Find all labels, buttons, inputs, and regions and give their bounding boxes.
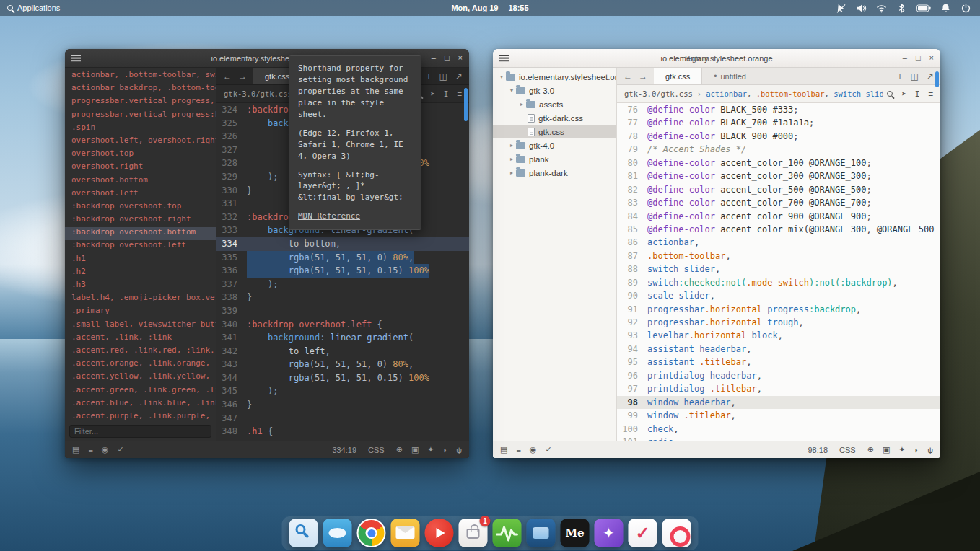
breadcrumb[interactable]: gtk-3.0/gtk.css › actionbar, .bottom-too… — [617, 85, 940, 103]
code-line[interactable]: 92progressbar.horizontal trough, — [617, 316, 940, 329]
check-icon[interactable]: ✓ — [545, 445, 551, 454]
dock-item-chrome[interactable] — [357, 519, 386, 547]
tree-item-gtk-3-0[interactable]: ▾gtk-3.0 — [493, 84, 616, 97]
symbol-item[interactable]: :backdrop overshoot.bottom — [65, 227, 216, 240]
split-view-icon[interactable]: ◫ — [911, 71, 919, 81]
breadcrumb-selector[interactable]: actionbar, .bottom-toolbar, switch slide… — [706, 89, 883, 98]
sign-in-button[interactable]: Sign in ▾ — [685, 54, 715, 63]
symbol-item[interactable]: overshoot.top — [65, 149, 216, 162]
code-line[interactable]: 98window headerbar, — [617, 396, 940, 409]
tree-item-plank-dark[interactable]: ▸plank-dark — [493, 166, 616, 180]
dock-item-appcenter[interactable]: 1 — [459, 519, 488, 547]
code-line[interactable]: 82@define-color accent_color_500 @ORANGE… — [617, 183, 940, 196]
dock-item-camera[interactable] — [323, 519, 352, 547]
expander-icon[interactable]: ▾ — [507, 87, 516, 94]
code-line[interactable]: 345 ); — [216, 384, 469, 398]
collaborate-icon[interactable]: ◉ — [102, 445, 109, 454]
symbol-item[interactable]: .accent.purple, .link.purple, :lin — [65, 411, 216, 423]
symbol-item[interactable]: progressbar.vertical progress, pro — [65, 96, 216, 109]
mic-icon[interactable]: ψ — [456, 446, 462, 454]
mdn-reference-link[interactable]: MDN Reference — [298, 211, 360, 222]
code-line[interactable]: 96printdialog headerbar, — [617, 369, 940, 382]
symbol-item[interactable]: actionbar backdrop, .bottom-toolba — [65, 83, 216, 96]
minimize-button[interactable]: – — [903, 54, 907, 62]
symbol-item[interactable]: overshoot.left, overshoot.right, o — [65, 136, 216, 149]
headerbar[interactable]: io.elementary.stylesheet.orange Sign in … — [493, 49, 940, 68]
code-line[interactable]: 83@define-color accent_color_700 @ORANGE… — [617, 196, 940, 209]
tree-item-assets[interactable]: ▸assets — [493, 97, 616, 111]
code-line[interactable]: 77@define-color BLACK_700 #1a1a1a; — [617, 116, 940, 129]
fullscreen-icon[interactable]: ↗ — [455, 71, 463, 81]
filter-input[interactable] — [69, 425, 211, 438]
code-editor[interactable]: 76@define-color BLACK_500 #333;77@define… — [617, 103, 940, 441]
breadcrumb-path[interactable]: gtk-3.0/gtk.css — [224, 89, 292, 98]
scrollbar[interactable] — [935, 71, 939, 87]
code-line[interactable]: 341 background: linear-gradient( — [216, 331, 469, 345]
magic-icon[interactable]: ✦ — [427, 445, 434, 454]
dock-item-mail[interactable] — [391, 519, 420, 547]
dock-item-photos[interactable]: ✦ — [595, 519, 624, 547]
symbol-item[interactable]: .small-label, viewswitcher button — [65, 319, 216, 332]
jump-to-icon[interactable]: ➤ — [901, 89, 906, 99]
symbol-item[interactable]: .h3 — [65, 280, 216, 293]
wifi-indicator-icon[interactable] — [876, 3, 887, 14]
symbol-item[interactable]: :backdrop overshoot.right — [65, 214, 216, 227]
expander-icon[interactable]: ▸ — [517, 101, 526, 107]
code-line[interactable]: 87.bottom-toolbar, — [617, 250, 940, 263]
code-line[interactable]: 97printdialog .titlebar, — [617, 382, 940, 395]
code-line[interactable]: 78@define-color BLACK_900 #000; — [617, 130, 940, 143]
maximize-button[interactable]: □ — [916, 54, 921, 62]
history-forward-icon[interactable]: → — [639, 71, 647, 81]
cursor-position[interactable]: 334:19 — [332, 446, 356, 454]
code-line[interactable]: 91progressbar.horizontal progress:backdr… — [617, 303, 940, 316]
tab-gtk-css[interactable]: gtk.css — [654, 68, 702, 84]
maximize-button[interactable]: □ — [445, 54, 450, 62]
code-line[interactable]: 79/* Accent Shades */ — [617, 143, 940, 156]
code-line[interactable]: 338} — [216, 291, 469, 304]
dock-item-activity[interactable] — [493, 519, 522, 547]
code-line[interactable]: 93levelbar.horizontal block, — [617, 329, 940, 342]
web-icon[interactable]: ⊕ — [396, 445, 403, 454]
applications-menu[interactable]: Applications — [0, 0, 67, 16]
collaborate-icon[interactable]: ◉ — [530, 445, 537, 454]
expander-icon[interactable]: ▾ — [497, 74, 506, 80]
symbol-item[interactable]: label.h4, .emoji-picker box.vertic — [65, 293, 216, 306]
mic-icon[interactable]: ψ — [927, 446, 933, 454]
code-line[interactable]: 88switch slider, — [617, 263, 940, 276]
code-line[interactable]: 95assistant .titlebar, — [617, 356, 940, 369]
symbol-item[interactable]: overshoot.bottom — [65, 175, 216, 188]
dock-item-medium[interactable]: Me — [561, 519, 590, 547]
scrollbar[interactable] — [464, 88, 468, 121]
symbol-item[interactable]: .accent.orange, .link.orange, :li — [65, 358, 216, 371]
bluetooth-indicator-icon[interactable] — [896, 3, 907, 14]
snippets-icon[interactable]: ▣ — [411, 445, 419, 454]
check-icon[interactable]: ✓ — [117, 445, 123, 454]
symbol-item[interactable]: .primary — [65, 306, 216, 319]
tree-item-gtk-dark-css[interactable]: gtk-dark.css — [493, 111, 616, 125]
code-line[interactable]: 347 — [216, 412, 469, 426]
code-line[interactable]: 99window .titlebar, — [617, 409, 940, 422]
symbols-view-icon[interactable]: ▤ — [500, 445, 507, 454]
dock-item-search[interactable] — [289, 519, 318, 547]
web-icon[interactable]: ⊕ — [867, 445, 874, 454]
symbol-item[interactable]: overshoot.right — [65, 162, 216, 175]
code-line[interactable]: 100check, — [617, 423, 940, 436]
code-line[interactable]: 343 rgba(51, 51, 51, 0) 80%, — [216, 358, 469, 371]
split-view-icon[interactable]: ◫ — [439, 71, 447, 81]
symbol-item[interactable]: :backdrop overshoot.left — [65, 240, 216, 253]
menu-icon[interactable] — [499, 55, 509, 61]
code-line[interactable]: 101radio, — [617, 436, 940, 441]
history-forward-icon[interactable]: → — [238, 71, 247, 81]
fullscreen-icon[interactable]: ↗ — [927, 71, 934, 81]
symbol-item[interactable]: .accent.red, .link.red, :link.red — [65, 345, 216, 358]
panel-time[interactable]: 18:55 — [508, 4, 528, 12]
insert-mode-icon[interactable]: I — [915, 89, 920, 99]
comment-icon[interactable]: ◗ — [443, 446, 448, 454]
symbol-item[interactable]: .spin — [65, 123, 216, 136]
comment-icon[interactable]: ◗ — [914, 446, 919, 454]
code-line[interactable]: 346} — [216, 398, 469, 412]
outline-icon[interactable]: ≡ — [88, 446, 92, 454]
code-line[interactable]: 81@define-color accent_color_300 @ORANGE… — [617, 169, 940, 182]
tree-item-gtk-css[interactable]: gtk.css — [493, 125, 616, 138]
magic-icon[interactable]: ✦ — [898, 445, 905, 454]
